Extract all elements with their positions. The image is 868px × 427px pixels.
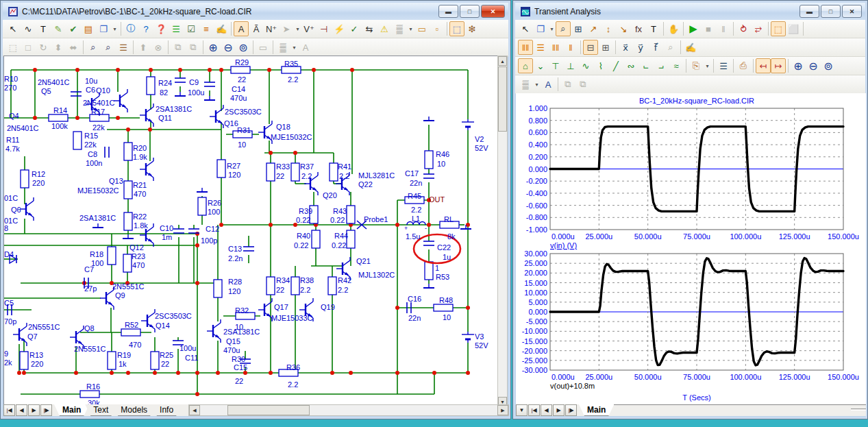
help-icon[interactable]: ?: [138, 21, 153, 36]
wf-bottom-icon[interactable]: ⊥: [563, 58, 578, 73]
dropdown-arrow[interactable]: ▾: [407, 21, 414, 36]
font-a-icon[interactable]: A: [541, 77, 556, 92]
last-page-button[interactable]: |▶: [565, 404, 577, 416]
zoom-100-icon[interactable]: ⊚: [236, 40, 251, 55]
dropdown-arrow[interactable]: ▾: [548, 21, 556, 36]
wf-inflect-icon[interactable]: ∾: [623, 58, 638, 73]
wf-cross-icon[interactable]: ∿: [578, 58, 593, 73]
flip-v-icon[interactable]: ⬍: [51, 40, 66, 55]
cursor-left-icon[interactable]: ↤: [756, 58, 771, 73]
page2-icon[interactable]: ▭: [256, 40, 271, 55]
browse-green-icon[interactable]: ☰: [169, 21, 184, 36]
text-mode-icon[interactable]: T: [36, 21, 51, 36]
attr-wave-icon[interactable]: Ã: [249, 21, 264, 36]
line-span-icon[interactable]: ↕: [601, 21, 616, 36]
y-circle-icon[interactable]: y⃑: [633, 40, 648, 55]
wf-gmin-icon[interactable]: ⨽: [638, 58, 654, 73]
small-page-icon[interactable]: ▫: [430, 21, 445, 36]
props-icon[interactable]: ☰: [716, 58, 731, 73]
warning-icon[interactable]: ⚠: [377, 21, 392, 36]
plot-tab-main[interactable]: Main: [579, 404, 614, 416]
show-current-icon[interactable]: ⇆: [362, 21, 377, 36]
window-gear-icon[interactable]: ❇: [464, 21, 480, 36]
sel-box-icon[interactable]: ⬚: [5, 40, 21, 55]
select-icon[interactable]: ↖: [518, 21, 533, 36]
grid-dots-icon[interactable]: ▒: [392, 21, 407, 36]
line-down-icon[interactable]: ↘: [616, 21, 631, 36]
layer-front-icon[interactable]: ⧉: [171, 40, 186, 55]
paste-clip-icon[interactable]: ⎘: [689, 58, 704, 73]
page-list-button[interactable]: ▼: [516, 404, 528, 416]
zoom-out-icon[interactable]: ⊖: [221, 40, 236, 55]
resize-grip[interactable]: [851, 404, 866, 416]
wf-peak-icon[interactable]: ⌂: [518, 58, 533, 73]
dropdown-arrow[interactable]: ▾: [533, 77, 541, 92]
select-icon[interactable]: ↖: [5, 21, 21, 36]
layer-back-icon[interactable]: ⧉: [186, 40, 201, 55]
circle-up-icon[interactable]: ⬆: [136, 40, 151, 55]
close-button[interactable]: ✕: [481, 5, 505, 18]
tab-models[interactable]: Models: [112, 404, 156, 416]
zoom-out-icon[interactable]: ⊖: [806, 58, 821, 73]
plot-canvas[interactable]: -1.000-0.800-0.600-0.400-0.2000.0000.200…: [516, 93, 866, 404]
next-page-button[interactable]: ▶: [553, 404, 565, 416]
box-orange-icon[interactable]: ⬚: [771, 21, 786, 36]
wire-mode-icon[interactable]: ∿: [21, 21, 36, 36]
first-page-button[interactable]: |◀: [528, 404, 540, 416]
show-power-icon[interactable]: ⚡: [332, 21, 347, 36]
maximize-button[interactable]: □: [821, 5, 841, 18]
panel-grid-icon[interactable]: ⊞: [598, 40, 613, 55]
flip-h-icon[interactable]: ⬌: [66, 40, 81, 55]
point-help-icon[interactable]: ❓: [153, 21, 169, 36]
stop-icon[interactable]: ■: [701, 21, 716, 36]
text-mode-icon[interactable]: T: [646, 21, 661, 36]
schematic-titlebar[interactable]: C:\MC11\DATA\Petrov\BC-1\BC-1_20kHz-squa…: [3, 3, 508, 20]
next-page-button[interactable]: ▶: [28, 404, 40, 416]
show-check-icon[interactable]: ✓: [347, 21, 362, 36]
node-send-icon[interactable]: ➤: [279, 21, 294, 36]
stripes-4-icon[interactable]: ‖: [563, 40, 578, 55]
wf-slope-icon[interactable]: ╱: [608, 58, 623, 73]
stripes-3-icon[interactable]: ‖‖: [548, 40, 563, 55]
dropdown-arrow[interactable]: ▾: [111, 21, 119, 36]
panel-one-icon[interactable]: ⊟: [583, 40, 598, 55]
pause-icon[interactable]: ‖: [716, 21, 731, 36]
prev-page-button[interactable]: ◀: [16, 404, 27, 416]
wf-gmax-icon[interactable]: ⨼: [654, 58, 669, 73]
circle-x-icon[interactable]: ⊗: [151, 40, 166, 55]
layer-back-icon[interactable]: ⧉: [575, 77, 591, 92]
flow-icon[interactable]: ⬚: [449, 21, 464, 36]
zoom-in-icon[interactable]: ⊕: [206, 40, 221, 55]
graph-box-icon[interactable]: ⊞: [571, 21, 586, 36]
last-page-button[interactable]: |▶: [40, 404, 52, 416]
search-circle-icon[interactable]: ⌕: [663, 40, 678, 55]
edit-icon[interactable]: ✍: [683, 40, 698, 55]
dropdown-arrow[interactable]: ▾: [704, 58, 711, 73]
find-icon[interactable]: ⌕: [101, 40, 116, 55]
x-circle-icon[interactable]: x⃑: [618, 40, 633, 55]
schematic-canvas[interactable]: +-R102702N5401CQ5Q42N5401CR14100k10uC6Q1…: [3, 56, 499, 407]
list-orange-icon[interactable]: ≡: [199, 21, 214, 36]
info-icon[interactable]: ⓘ: [123, 21, 138, 36]
prev-page-button[interactable]: ◀: [541, 404, 552, 416]
tab-text[interactable]: Text: [85, 404, 116, 416]
pick-probe-icon[interactable]: ✔: [66, 21, 81, 36]
layer-front-icon[interactable]: ⧉: [560, 77, 575, 92]
wf-top-icon[interactable]: ⊤: [548, 58, 563, 73]
picture-icon[interactable]: ▤: [81, 21, 96, 36]
wf-wave-icon[interactable]: ⌇: [593, 58, 608, 73]
gain-red2-icon[interactable]: ⥂: [751, 21, 766, 36]
cursor-right-icon[interactable]: ↦: [771, 58, 786, 73]
show-pin-icon[interactable]: ⊣: [317, 21, 332, 36]
first-page-button[interactable]: |◀: [3, 404, 15, 416]
run-icon[interactable]: ▶: [686, 21, 701, 36]
show-voltage-icon[interactable]: V⁺: [301, 21, 317, 36]
component-icon[interactable]: ❐: [96, 21, 111, 36]
graphics-mode-icon[interactable]: ✎: [51, 21, 66, 36]
gain-red-icon[interactable]: ⥁: [736, 21, 751, 36]
zoom-in-icon[interactable]: ⊕: [791, 58, 806, 73]
box-icon[interactable]: □: [21, 40, 36, 55]
grid-2-icon[interactable]: ▒: [518, 77, 533, 92]
zoom-100-icon[interactable]: ⊚: [821, 58, 836, 73]
fx-circle-icon[interactable]: f⃑: [648, 40, 663, 55]
